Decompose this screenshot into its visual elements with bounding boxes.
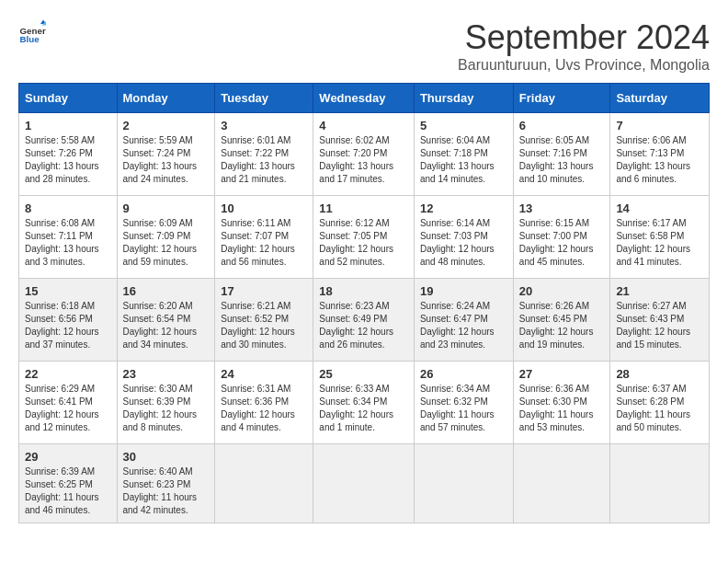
table-row: 8Sunrise: 6:08 AM Sunset: 7:11 PM Daylig…	[19, 196, 118, 279]
table-row: 21Sunrise: 6:27 AM Sunset: 6:43 PM Dayli…	[610, 279, 710, 362]
table-row: 12Sunrise: 6:14 AM Sunset: 7:03 PM Dayli…	[414, 196, 513, 279]
title-section: September 2024 Baruunturuun, Uvs Provinc…	[458, 18, 710, 74]
table-row: 2Sunrise: 5:59 AM Sunset: 7:24 PM Daylig…	[117, 113, 215, 196]
calendar-week-4: 22Sunrise: 6:29 AM Sunset: 6:41 PM Dayli…	[19, 362, 710, 444]
calendar-table: Sunday Monday Tuesday Wednesday Thursday…	[18, 83, 710, 523]
table-row: 16Sunrise: 6:20 AM Sunset: 6:54 PM Dayli…	[117, 279, 215, 362]
logo: General Blue	[18, 18, 46, 46]
location-title: Baruunturuun, Uvs Province, Mongolia	[458, 57, 710, 74]
table-row: 7Sunrise: 6:06 AM Sunset: 7:13 PM Daylig…	[610, 113, 710, 196]
table-row	[215, 444, 313, 523]
logo-icon: General Blue	[18, 18, 46, 46]
table-row	[414, 444, 513, 523]
table-row: 6Sunrise: 6:05 AM Sunset: 7:16 PM Daylig…	[513, 113, 610, 196]
calendar-week-5: 29Sunrise: 6:39 AM Sunset: 6:25 PM Dayli…	[19, 444, 710, 523]
table-row: 5Sunrise: 6:04 AM Sunset: 7:18 PM Daylig…	[414, 113, 513, 196]
table-row: 4Sunrise: 6:02 AM Sunset: 7:20 PM Daylig…	[313, 113, 415, 196]
month-title: September 2024	[458, 18, 710, 57]
table-row	[313, 444, 415, 523]
table-row: 11Sunrise: 6:12 AM Sunset: 7:05 PM Dayli…	[313, 196, 415, 279]
table-row: 30Sunrise: 6:40 AM Sunset: 6:23 PM Dayli…	[117, 444, 215, 523]
calendar-week-2: 8Sunrise: 6:08 AM Sunset: 7:11 PM Daylig…	[19, 196, 710, 279]
table-row: 10Sunrise: 6:11 AM Sunset: 7:07 PM Dayli…	[215, 196, 313, 279]
page-header: General Blue September 2024 Baruunturuun…	[18, 18, 710, 74]
table-row: 14Sunrise: 6:17 AM Sunset: 6:58 PM Dayli…	[610, 196, 710, 279]
calendar-header-row: Sunday Monday Tuesday Wednesday Thursday…	[19, 84, 710, 113]
table-row: 15Sunrise: 6:18 AM Sunset: 6:56 PM Dayli…	[19, 279, 118, 362]
table-row	[610, 444, 710, 523]
calendar-week-3: 15Sunrise: 6:18 AM Sunset: 6:56 PM Dayli…	[19, 279, 710, 362]
table-row: 9Sunrise: 6:09 AM Sunset: 7:09 PM Daylig…	[117, 196, 215, 279]
table-row: 22Sunrise: 6:29 AM Sunset: 6:41 PM Dayli…	[19, 362, 118, 444]
table-row: 26Sunrise: 6:34 AM Sunset: 6:32 PM Dayli…	[414, 362, 513, 444]
table-row: 28Sunrise: 6:37 AM Sunset: 6:28 PM Dayli…	[610, 362, 710, 444]
header-thursday: Thursday	[414, 84, 513, 113]
header-saturday: Saturday	[610, 84, 710, 113]
table-row: 3Sunrise: 6:01 AM Sunset: 7:22 PM Daylig…	[215, 113, 313, 196]
table-row: 24Sunrise: 6:31 AM Sunset: 6:36 PM Dayli…	[215, 362, 313, 444]
header-monday: Monday	[117, 84, 215, 113]
header-sunday: Sunday	[19, 84, 118, 113]
table-row	[513, 444, 610, 523]
table-row: 19Sunrise: 6:24 AM Sunset: 6:47 PM Dayli…	[414, 279, 513, 362]
table-row: 1Sunrise: 5:58 AM Sunset: 7:26 PM Daylig…	[19, 113, 118, 196]
header-wednesday: Wednesday	[313, 84, 415, 113]
table-row: 27Sunrise: 6:36 AM Sunset: 6:30 PM Dayli…	[513, 362, 610, 444]
table-row: 25Sunrise: 6:33 AM Sunset: 6:34 PM Dayli…	[313, 362, 415, 444]
table-row: 23Sunrise: 6:30 AM Sunset: 6:39 PM Dayli…	[117, 362, 215, 444]
header-tuesday: Tuesday	[215, 84, 313, 113]
header-friday: Friday	[513, 84, 610, 113]
table-row: 29Sunrise: 6:39 AM Sunset: 6:25 PM Dayli…	[19, 444, 118, 523]
table-row: 20Sunrise: 6:26 AM Sunset: 6:45 PM Dayli…	[513, 279, 610, 362]
svg-text:Blue: Blue	[20, 34, 40, 44]
table-row: 18Sunrise: 6:23 AM Sunset: 6:49 PM Dayli…	[313, 279, 415, 362]
calendar-week-1: 1Sunrise: 5:58 AM Sunset: 7:26 PM Daylig…	[19, 113, 710, 196]
table-row: 13Sunrise: 6:15 AM Sunset: 7:00 PM Dayli…	[513, 196, 610, 279]
table-row: 17Sunrise: 6:21 AM Sunset: 6:52 PM Dayli…	[215, 279, 313, 362]
